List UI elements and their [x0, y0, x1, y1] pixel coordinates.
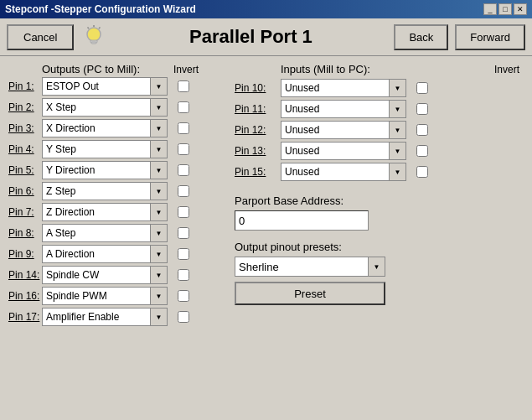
left-pin-label: Pin 9: [8, 248, 42, 260]
output-preset-label: Output pinout presets: [235, 241, 524, 253]
left-pin-label: Pin 1: [8, 80, 42, 92]
title-bar-controls: _ □ ✕ [483, 3, 527, 15]
left-pin-row: Pin 4: Y Step ▼ [8, 140, 226, 158]
left-pin-label: Pin 14: [8, 269, 42, 281]
left-pin-row: Pin 14: Spindle CW ▼ [8, 266, 226, 284]
left-pin-row: Pin 1: ESTOP Out ▼ [8, 77, 226, 96]
right-pin-invert-checkbox[interactable] [416, 166, 428, 178]
left-pin-invert-checkbox[interactable] [178, 143, 189, 155]
cancel-button[interactable]: Cancel [7, 24, 74, 50]
left-pin-invert-checkbox[interactable] [178, 122, 189, 134]
right-pin-select[interactable]: Unused [281, 142, 390, 160]
right-pin-label: Pin 12: [235, 124, 281, 136]
right-pin-invert-checkbox[interactable] [416, 145, 428, 157]
right-panel: Inputs (Mill to PC): Invert Pin 10: Unus… [226, 63, 524, 413]
left-pins-container: Pin 1: ESTOP Out ▼ Pin 2: X Step ▼ Pin 3… [8, 77, 226, 326]
parport-input[interactable] [235, 210, 369, 231]
left-pin-invert-checkbox[interactable] [178, 185, 189, 197]
right-pin-dropdown-btn[interactable]: ▼ [390, 121, 406, 139]
left-pin-label: Pin 8: [8, 227, 42, 239]
left-invert-header: Invert [169, 64, 203, 75]
right-pin-dropdown-btn[interactable]: ▼ [390, 142, 406, 160]
right-pin-invert-checkbox[interactable] [416, 103, 428, 115]
left-pin-select[interactable]: A Direction [42, 245, 151, 263]
back-button[interactable]: Back [394, 24, 448, 50]
left-pin-select[interactable]: Y Direction [42, 161, 151, 179]
preset-button[interactable]: Preset [235, 282, 385, 305]
right-col-headers: Inputs (Mill to PC): Invert [235, 63, 524, 75]
left-pin-invert-checkbox[interactable] [178, 101, 189, 113]
svg-point-0 [87, 28, 101, 41]
lightbulb-icon [80, 23, 107, 50]
left-pin-label: Pin 6: [8, 185, 42, 197]
left-pin-dropdown-btn[interactable]: ▼ [151, 245, 168, 263]
left-pin-select[interactable]: Z Step [42, 182, 151, 200]
left-pin-dropdown-btn[interactable]: ▼ [151, 308, 168, 326]
left-pin-select[interactable]: Amplifier Enable [42, 308, 151, 326]
title-bar: Stepconf -Stepper Configuration Wizard _… [0, 0, 532, 18]
right-pin-select[interactable]: Unused [281, 100, 390, 118]
forward-button[interactable]: Forward [455, 24, 525, 50]
right-pin-label: Pin 11: [235, 103, 281, 115]
left-pin-row: Pin 6: Z Step ▼ [8, 182, 226, 200]
maximize-button[interactable]: □ [498, 3, 512, 15]
left-pin-invert-checkbox[interactable] [178, 227, 189, 239]
left-pin-dropdown-btn[interactable]: ▼ [151, 224, 168, 242]
left-pin-select[interactable]: Z Direction [42, 203, 151, 221]
left-pin-invert-checkbox[interactable] [178, 164, 189, 176]
left-pin-invert-checkbox[interactable] [178, 290, 189, 302]
left-pin-select[interactable]: ESTOP Out [42, 77, 151, 96]
left-pin-select[interactable]: Spindle PWM [42, 287, 151, 305]
right-pin-label: Pin 15: [235, 166, 281, 178]
right-pin-select[interactable]: Unused [281, 121, 390, 139]
left-pin-dropdown-btn[interactable]: ▼ [151, 287, 168, 305]
preset-select-row: Sherline Xylotex Custom ▼ [235, 257, 524, 277]
left-pin-row: Pin 3: X Direction ▼ [8, 119, 226, 137]
left-pin-dropdown-btn[interactable]: ▼ [151, 77, 168, 96]
right-pin-row: Pin 10: Unused ▼ [235, 79, 524, 97]
left-pin-dropdown-btn[interactable]: ▼ [151, 140, 168, 158]
title-bar-text: Stepconf -Stepper Configuration Wizard [5, 3, 196, 15]
left-pin-row: Pin 7: Z Direction ▼ [8, 203, 226, 221]
left-pin-select[interactable]: A Step [42, 224, 151, 242]
left-pin-dropdown-btn[interactable]: ▼ [151, 203, 168, 221]
left-pin-label: Pin 16: [8, 290, 42, 302]
left-pin-dropdown-btn[interactable]: ▼ [151, 266, 168, 284]
close-button[interactable]: ✕ [514, 3, 527, 15]
right-invert-header: Invert [490, 64, 524, 75]
left-pin-select[interactable]: X Step [42, 98, 151, 117]
left-pin-dropdown-btn[interactable]: ▼ [151, 161, 168, 179]
left-pin-dropdown-btn[interactable]: ▼ [151, 98, 168, 117]
left-pin-dropdown-btn[interactable]: ▼ [151, 182, 168, 200]
preset-dropdown-button[interactable]: ▼ [369, 257, 385, 277]
left-pin-select[interactable]: Y Step [42, 140, 151, 158]
right-pins-container: Pin 10: Unused ▼ Pin 11: Unused ▼ Pin 12… [235, 79, 524, 181]
left-pin-select[interactable]: X Direction [42, 119, 151, 137]
left-pin-select[interactable]: Spindle CW [42, 266, 151, 284]
right-pin-invert-checkbox[interactable] [416, 82, 428, 94]
right-pin-invert-checkbox[interactable] [416, 124, 428, 136]
left-pin-invert-checkbox[interactable] [178, 311, 189, 323]
right-pin-dropdown-btn[interactable]: ▼ [390, 100, 406, 118]
left-pin-dropdown-btn[interactable]: ▼ [151, 119, 168, 137]
right-pin-label: Pin 10: [235, 82, 281, 94]
left-pin-row: Pin 9: A Direction ▼ [8, 245, 226, 263]
minimize-button[interactable]: _ [483, 3, 497, 15]
right-pin-row: Pin 12: Unused ▼ [235, 121, 524, 139]
left-pin-invert-checkbox[interactable] [178, 206, 189, 218]
left-pin-label: Pin 3: [8, 122, 42, 134]
preset-select[interactable]: Sherline Xylotex Custom [235, 257, 369, 277]
right-pin-dropdown-btn[interactable]: ▼ [390, 163, 406, 181]
output-preset-section: Output pinout presets: Sherline Xylotex … [235, 241, 524, 305]
left-pin-row: Pin 2: X Step ▼ [8, 98, 226, 117]
parport-section: Parport Base Address: [235, 194, 524, 231]
right-pin-dropdown-btn[interactable]: ▼ [390, 79, 406, 97]
right-pin-select[interactable]: Unused [281, 79, 390, 97]
left-pin-invert-checkbox[interactable] [178, 80, 189, 92]
svg-line-5 [88, 28, 90, 29]
left-pin-label: Pin 2: [8, 101, 42, 113]
right-pin-select[interactable]: Unused [281, 163, 390, 181]
left-pin-invert-checkbox[interactable] [178, 269, 189, 281]
left-pin-invert-checkbox[interactable] [178, 248, 189, 260]
left-pin-row: Pin 16: Spindle PWM ▼ [8, 287, 226, 305]
